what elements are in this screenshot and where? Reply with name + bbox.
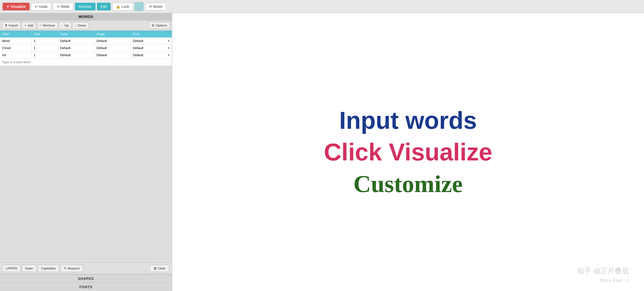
add-button[interactable]: + Add	[22, 22, 36, 29]
shapes-title: SHAPES	[78, 277, 94, 281]
col-font: Font	[131, 31, 172, 37]
col-size: Size	[32, 31, 58, 37]
up-label: Up	[64, 24, 69, 27]
dropdown-icon[interactable]: ▾	[168, 53, 170, 57]
add-icon: +	[25, 24, 27, 27]
canvas-line-3: Customize	[353, 171, 463, 197]
main-area: WORDS ⬆ Import + Add − Remove ↑ Up	[0, 13, 644, 291]
reset-label: Reset	[153, 5, 163, 9]
undo-icon: ↩	[35, 5, 38, 9]
animate-label: Animate	[79, 5, 92, 9]
edit-button[interactable]: Edit	[97, 3, 111, 10]
col-angle: Angle	[94, 31, 131, 37]
undo-label: Undo	[39, 5, 48, 9]
down-icon: ↓	[75, 24, 77, 27]
clear-button[interactable]: 🗑 Clear	[150, 265, 169, 272]
color-swatch[interactable]	[134, 2, 144, 11]
dropdown-icon[interactable]: ▾	[168, 39, 170, 43]
reset-icon: ↺	[149, 5, 152, 9]
canvas-line-2: Click Visualize	[324, 139, 492, 165]
animate-button[interactable]: Animate	[75, 3, 95, 10]
redo-icon: ↪	[57, 5, 60, 9]
options-button[interactable]: ⚙ Options	[149, 22, 170, 29]
words-bottom-bar: UPPER lower Capitalize ✎ Replace 🗑 Clear	[0, 262, 172, 274]
edit-label: Edit	[101, 5, 107, 9]
gear-icon: ⚙	[152, 24, 155, 27]
new-word-row[interactable]	[0, 59, 172, 66]
shapes-header[interactable]: SHAPES	[0, 275, 172, 283]
fonts-section: FONTS	[0, 283, 172, 291]
remove-label: Remove	[43, 24, 55, 27]
cell-size: 1	[32, 45, 58, 52]
words-header: WORDS	[0, 13, 172, 20]
undo-button[interactable]: ↩ Undo	[31, 3, 51, 10]
cell-word: Art	[0, 52, 32, 59]
watermark-en: Have Fun :-)	[600, 277, 629, 283]
down-button[interactable]: ↓ Down	[72, 22, 89, 29]
trash-icon: 🗑	[153, 266, 157, 270]
replace-icon: ✎	[64, 266, 67, 270]
words-section: WORDS ⬆ Import + Add − Remove ↑ Up	[0, 13, 172, 274]
col-color: Color	[58, 31, 94, 37]
up-icon: ↑	[62, 24, 64, 27]
cell-angle: Default	[94, 52, 131, 59]
lock-icon: 🔒	[116, 5, 120, 9]
star-icon: ✦	[6, 5, 9, 9]
cell-color: Default	[58, 45, 94, 52]
right-panel: Input words Click Visualize Customize 知乎…	[172, 13, 644, 291]
cell-angle: Default	[94, 37, 131, 45]
cell-word: Word	[0, 37, 32, 45]
canvas-content: Input words Click Visualize Customize	[172, 13, 644, 291]
replace-button[interactable]: ✎ Replace	[61, 265, 83, 272]
new-word-input[interactable]	[2, 60, 170, 64]
upper-label: UPPER	[6, 266, 17, 270]
import-label: Import	[9, 24, 18, 27]
table-header-row: Filter Size Color Angle	[0, 31, 172, 37]
upper-button[interactable]: UPPER	[3, 265, 21, 272]
canvas-watermark: 知乎 @正片叠底 Have Fun :-)	[577, 266, 629, 283]
lock-button[interactable]: 🔒 Lock	[112, 3, 133, 10]
add-label: Add	[27, 24, 33, 27]
table-row[interactable]: Cloud 1 Default Default Default ▾	[0, 45, 172, 52]
table-row[interactable]: Word 1 Default Default Default ▾	[0, 37, 172, 45]
remove-button[interactable]: − Remove	[37, 22, 58, 29]
cell-color: Default	[58, 37, 94, 45]
dropdown-icon[interactable]: ▾	[168, 46, 170, 50]
left-panel: WORDS ⬆ Import + Add − Remove ↑ Up	[0, 13, 172, 291]
redo-label: Redo	[61, 5, 69, 9]
col-filter: Filter	[0, 31, 32, 37]
clear-label: Clear	[158, 266, 166, 270]
words-data-table: Filter Size Color Angle	[0, 31, 172, 66]
up-button[interactable]: ↑ Up	[59, 22, 71, 29]
canvas-line-1: Input words	[339, 107, 477, 134]
import-button[interactable]: ⬆ Import	[2, 22, 21, 29]
fonts-header[interactable]: FONTS	[0, 283, 172, 291]
lower-label: lower	[25, 266, 33, 270]
redo-button[interactable]: ↪ Redo	[53, 3, 73, 10]
down-label: Down	[78, 24, 86, 27]
lock-label: Lock	[122, 5, 129, 9]
visualize-label: Visualize	[11, 5, 26, 9]
cell-font: Default ▾	[131, 45, 172, 51]
words-title: WORDS	[78, 15, 93, 19]
cell-color: Default	[58, 52, 94, 59]
options-label: Options	[156, 24, 167, 27]
capitalize-label: Capitalize	[41, 266, 56, 270]
cell-word: Cloud	[0, 45, 32, 52]
cell-size: 1	[32, 37, 58, 45]
cell-font: Default ▾	[131, 37, 172, 44]
cell-size: 1	[32, 52, 58, 59]
replace-label: Replace	[68, 266, 80, 270]
lower-button[interactable]: lower	[22, 265, 36, 272]
capitalize-button[interactable]: Capitalize	[38, 265, 59, 272]
import-icon: ⬆	[5, 24, 8, 27]
remove-icon: −	[40, 24, 42, 27]
watermark-zh: 知乎 @正片叠底	[577, 266, 629, 276]
reset-button[interactable]: ↺ Reset	[145, 3, 166, 10]
cell-angle: Default	[94, 45, 131, 52]
new-word-cell[interactable]	[0, 59, 172, 66]
table-row[interactable]: Art 1 Default Default Default ▾	[0, 52, 172, 59]
visualize-button[interactable]: ✦ Visualize	[3, 3, 30, 10]
words-table-body: Word 1 Default Default Default ▾ Cloud 1…	[0, 37, 172, 66]
shapes-section: SHAPES	[0, 274, 172, 283]
